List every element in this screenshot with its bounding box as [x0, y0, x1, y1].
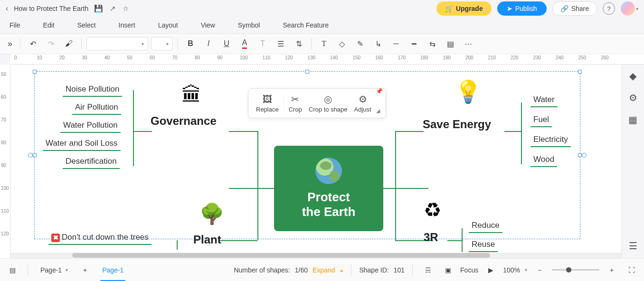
title-bar: ‹ How to Protect The Earth 💾 ↗ ☆ 🛒 Upgra… [0, 0, 644, 17]
central-title-2: the Earth [302, 205, 356, 219]
adjust-button[interactable]: ⚙Adjust [352, 93, 373, 114]
branch-plant[interactable]: Plant [193, 233, 221, 246]
branch-save-energy[interactable]: Save Energy [423, 118, 491, 131]
list-icon[interactable]: ☰ [629, 240, 637, 252]
fit-screen-button[interactable]: ⛶ [624, 262, 639, 278]
resize-handle[interactable] [33, 153, 37, 157]
leaf-reduce[interactable]: Reduce [469, 219, 502, 233]
undo-button[interactable]: ↶ [25, 36, 40, 51]
scrollbar-thumb[interactable] [72, 253, 490, 258]
x-icon: ✖ [51, 234, 60, 242]
font-color-button[interactable]: A [237, 36, 252, 51]
shape-id-label: Shape ID: [359, 266, 388, 274]
canvas[interactable]: Protect the Earth 🏛 Governance Noise Pol… [10, 65, 621, 258]
align-button[interactable]: ☰ [273, 36, 288, 51]
line-spacing-button[interactable]: ⇅ [291, 36, 306, 51]
arrange-button[interactable]: ▤ [443, 36, 458, 51]
star-icon[interactable]: ☆ [123, 4, 129, 13]
leaf-water-pollution[interactable]: Water Pollution [60, 119, 121, 133]
expand-link[interactable]: Expand [313, 266, 335, 274]
upgrade-label: Upgrade [456, 5, 483, 12]
resize-handle[interactable] [33, 70, 37, 74]
leaf-desertification[interactable]: Desertification [63, 155, 120, 169]
leaf-reuse[interactable]: Reuse [469, 238, 498, 252]
crop-button[interactable]: ✂Crop [287, 93, 304, 114]
redo-button[interactable]: ↷ [43, 36, 58, 51]
leaf-electricity[interactable]: Electricity [530, 133, 571, 147]
font-size-select[interactable]: ▾ [151, 37, 173, 50]
page-tab[interactable]: Page-1 [97, 263, 128, 277]
focus-label[interactable]: Focus [460, 266, 478, 274]
focus-button[interactable]: ▣ [440, 262, 455, 278]
central-topic[interactable]: Protect the Earth [274, 146, 383, 231]
layers-button[interactable]: ☴ [420, 262, 436, 278]
share-button[interactable]: 🔗 Share [552, 1, 597, 16]
avatar[interactable] [621, 1, 635, 16]
menu-insert[interactable]: Insert [119, 21, 135, 29]
pin-icon[interactable]: 📌 [376, 88, 383, 94]
clear-format-button[interactable]: T [255, 36, 270, 51]
menu-search[interactable]: Search Feature [283, 21, 329, 29]
zoom-value[interactable]: 100% [503, 266, 520, 274]
zoom-out-button[interactable]: − [532, 262, 547, 278]
branch-3r[interactable]: 3R [424, 231, 438, 244]
expand-toolbar-icon[interactable]: » [5, 39, 15, 49]
menu-edit[interactable]: Edit [43, 21, 55, 29]
help-button[interactable]: ? [603, 2, 615, 15]
send-icon: ➤ [507, 5, 512, 12]
page-selector[interactable]: Page-1▾ [36, 264, 73, 276]
bold-button[interactable]: B [183, 36, 198, 51]
resize-handle[interactable] [578, 70, 582, 74]
leaf-wood[interactable]: Wood [530, 153, 557, 167]
resize-handle[interactable] [578, 153, 582, 157]
replace-label: Replace [256, 106, 279, 113]
upgrade-button[interactable]: 🛒 Upgrade [436, 1, 492, 16]
theme-icon[interactable]: ◆ [629, 70, 636, 82]
menu-file[interactable]: File [9, 21, 20, 29]
rotate-handle[interactable] [582, 153, 587, 158]
connector-button[interactable]: ↳ [370, 36, 386, 51]
grid-icon[interactable]: ▦ [628, 114, 637, 125]
italic-button[interactable]: I [201, 36, 216, 51]
zoom-slider[interactable] [552, 269, 599, 271]
format-painter-button[interactable]: 🖌 [61, 36, 76, 51]
line-style-button[interactable]: ─ [388, 36, 404, 51]
font-family-select[interactable]: ▾ [86, 37, 148, 50]
line-color-button[interactable]: ✎ [352, 36, 368, 51]
replace-image-button[interactable]: 🖼Replace [254, 93, 281, 114]
expand-corner-icon[interactable]: ◢ [376, 108, 380, 114]
share-icon: 🔗 [560, 5, 568, 12]
menu-view[interactable]: View [201, 21, 215, 29]
text-tool-button[interactable]: T [316, 36, 331, 51]
status-bar: ▤ Page-1▾ + Page-1 Number of shapes: 1/6… [0, 258, 644, 281]
back-button[interactable]: ‹ [6, 4, 8, 13]
leaf-fuel[interactable]: Fuel [530, 113, 552, 127]
add-page-button[interactable]: + [77, 262, 93, 278]
underline-button[interactable]: U [219, 36, 234, 51]
menu-select[interactable]: Select [77, 21, 96, 29]
export-icon[interactable]: ↗ [110, 4, 116, 13]
menu-symbol[interactable]: Symbol [238, 21, 260, 29]
branch-governance[interactable]: Governance [151, 114, 217, 128]
leaf-air[interactable]: Air Pollution [72, 101, 121, 115]
leaf-noise[interactable]: Noise Pollution [63, 83, 122, 97]
zoom-in-button[interactable]: + [604, 262, 619, 278]
avatar-dropdown-icon[interactable]: ▾ [636, 6, 638, 11]
publish-button[interactable]: ➤ Publish [497, 1, 547, 16]
leaf-water[interactable]: Water [530, 93, 558, 107]
present-button[interactable]: ▶ [483, 262, 498, 278]
menu-layout[interactable]: Layout [158, 21, 178, 29]
rotate-handle[interactable] [28, 153, 33, 158]
line-weight-button[interactable]: ━ [407, 36, 422, 51]
outline-view-button[interactable]: ▤ [5, 262, 20, 278]
properties-icon[interactable]: ⚙ [629, 92, 637, 103]
crop-to-shape-button[interactable]: ◎Crop to shape [307, 93, 350, 114]
resize-handle[interactable] [305, 70, 309, 74]
horizontal-scrollbar[interactable] [10, 253, 621, 258]
leaf-soil-loss[interactable]: Water and Soil Loss [43, 137, 121, 151]
leaf-dont-cut[interactable]: ✖Don't cut down the trees [48, 231, 152, 245]
save-icon[interactable]: 💾 [94, 4, 103, 13]
arrow-style-button[interactable]: ⇆ [425, 36, 440, 51]
more-button[interactable]: ⋯ [461, 36, 476, 51]
fill-color-button[interactable]: ◇ [334, 36, 350, 51]
